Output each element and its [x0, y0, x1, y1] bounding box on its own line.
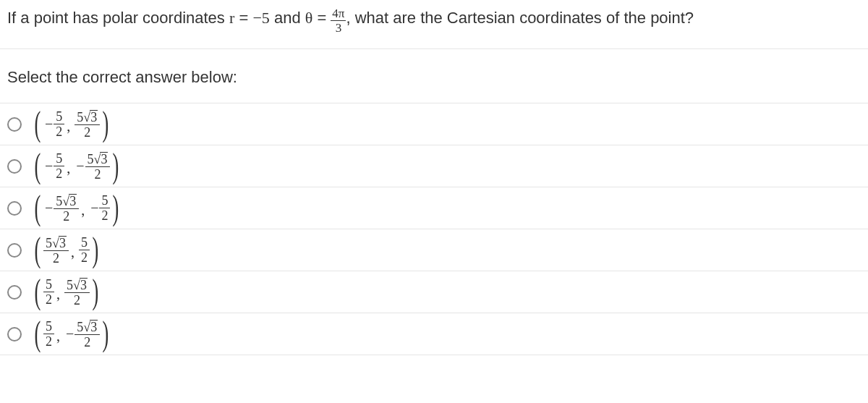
coordinate-pair: (−52,−5√32) — [32, 152, 122, 181]
coef: 5 — [56, 194, 62, 208]
den-val: 2 — [82, 335, 93, 349]
radio-icon[interactable] — [7, 285, 22, 300]
close-paren: ) — [103, 110, 109, 137]
den-val: 2 — [92, 167, 103, 181]
coef: 5 — [67, 278, 73, 292]
x-fraction: 52 — [54, 152, 64, 180]
comma: , — [64, 160, 75, 177]
den-val: 2 — [54, 166, 64, 180]
coordinate-pair: (52,5√32) — [32, 278, 101, 307]
open-paren: ( — [35, 320, 41, 347]
coef: 5 — [77, 110, 83, 124]
x-fraction: 52 — [54, 110, 64, 138]
minus-sign: − — [43, 116, 54, 132]
radio-icon[interactable] — [7, 243, 22, 258]
question-text: If a point has polar coordinates r = −5 … — [0, 0, 868, 49]
options-list: (−52,5√32)(−52,−5√32)(−5√32,−52)(5√32,52… — [0, 103, 868, 355]
sqrt-icon: √3 — [62, 194, 77, 208]
theta-num: 4π — [331, 7, 346, 21]
num-val: 5 — [56, 109, 62, 124]
radio-icon[interactable] — [7, 159, 22, 174]
y-fraction: 5√32 — [75, 320, 100, 349]
den-val: 2 — [99, 208, 110, 222]
close-paren: ) — [92, 236, 98, 263]
equals-2: = — [312, 9, 331, 27]
x-fraction: 52 — [43, 278, 54, 306]
open-paren: ( — [35, 194, 41, 221]
y-fraction: 5√32 — [85, 152, 111, 181]
radio-icon[interactable] — [7, 327, 22, 342]
r-value: −5 — [252, 9, 269, 27]
sqrt-icon: √3 — [83, 110, 98, 124]
open-paren: ( — [35, 110, 41, 137]
coef: 5 — [77, 320, 83, 334]
close-paren: ) — [92, 278, 98, 305]
and-text: and — [270, 9, 305, 27]
answer-option-3[interactable]: (−5√32,−52) — [0, 187, 868, 229]
question-part1: If a point has polar coordinates — [7, 9, 229, 27]
x-fraction: 5√32 — [43, 236, 69, 265]
sqrt-icon: √3 — [73, 278, 88, 292]
coordinate-pair: (−52,5√32) — [32, 110, 111, 139]
radio-icon[interactable] — [7, 117, 22, 132]
y-fraction: 5√32 — [75, 110, 100, 139]
open-paren: ( — [35, 152, 41, 179]
open-paren: ( — [35, 236, 41, 263]
sqrt-icon: √3 — [83, 320, 98, 334]
comma: , — [69, 244, 79, 260]
answer-option-1[interactable]: (−52,5√32) — [0, 103, 868, 145]
num-val: 5 — [56, 151, 62, 166]
den-val: 2 — [43, 334, 54, 348]
minus-sign: − — [43, 158, 54, 174]
minus-sign: − — [89, 200, 99, 216]
coef: 5 — [88, 152, 94, 166]
den-val: 2 — [51, 251, 61, 265]
comma: , — [64, 118, 75, 135]
minus-sign: − — [43, 200, 54, 216]
comma: , — [54, 286, 64, 302]
select-prompt: Select the correct answer below: — [0, 49, 868, 103]
close-paren: ) — [113, 194, 119, 221]
radio-icon[interactable] — [7, 201, 22, 216]
den-val: 2 — [72, 293, 82, 307]
den-val: 2 — [61, 209, 72, 223]
num-val: 5 — [46, 277, 52, 292]
equals-1: = — [234, 9, 252, 27]
theta-den: 3 — [334, 21, 344, 34]
sqrt-icon: √3 — [52, 236, 67, 250]
coordinate-pair: (52,−5√32) — [32, 320, 111, 349]
den-val: 2 — [54, 124, 64, 138]
comma: , — [54, 328, 64, 344]
answer-option-4[interactable]: (5√32,52) — [0, 229, 868, 271]
answer-option-5[interactable]: (52,5√32) — [0, 271, 868, 313]
num-val: 5 — [101, 193, 108, 208]
sqrt-icon: √3 — [94, 152, 109, 166]
den-val: 2 — [82, 125, 93, 139]
x-fraction: 52 — [43, 320, 54, 348]
x-fraction: 5√32 — [54, 194, 79, 223]
theta-fraction: 4π3 — [331, 7, 346, 34]
y-fraction: 5√32 — [64, 278, 90, 307]
num-val: 5 — [81, 235, 88, 250]
close-paren: ) — [103, 320, 109, 347]
minus-sign: − — [64, 326, 75, 342]
minus-sign: − — [75, 158, 85, 174]
coordinate-pair: (−5√32,−52) — [32, 194, 122, 223]
coef: 5 — [46, 236, 52, 250]
den-val: 2 — [43, 292, 54, 306]
question-part2: , what are the Cartesian coordinates of … — [346, 9, 694, 27]
theta-symbol: θ — [305, 9, 313, 27]
den-val: 2 — [79, 250, 90, 264]
y-fraction: 52 — [99, 194, 110, 222]
open-paren: ( — [35, 278, 41, 305]
close-paren: ) — [113, 152, 119, 179]
coordinate-pair: (5√32,52) — [32, 236, 101, 265]
answer-option-2[interactable]: (−52,−5√32) — [0, 145, 868, 187]
num-val: 5 — [46, 319, 52, 334]
y-fraction: 52 — [79, 236, 90, 264]
answer-option-6[interactable]: (52,−5√32) — [0, 313, 868, 355]
comma: , — [79, 202, 89, 219]
